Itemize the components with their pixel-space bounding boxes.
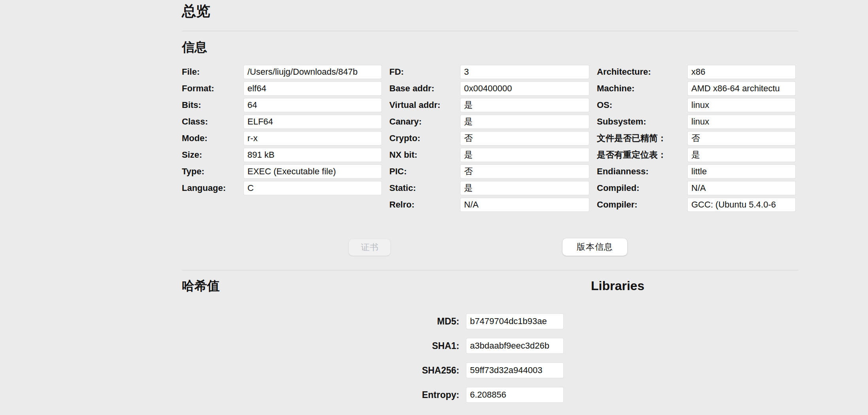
class-field[interactable]: ELF64: [244, 115, 381, 128]
relro-field[interactable]: N/A: [460, 198, 589, 211]
info-row-mode: Mode: r-x: [182, 132, 381, 145]
endianness-field[interactable]: little: [688, 165, 795, 178]
type-label: Type:: [182, 166, 244, 177]
class-label: Class:: [182, 117, 244, 127]
hash-row-md5: MD5: b7479704dc1b93ae: [182, 314, 563, 329]
sha1-field[interactable]: a3bdaabf9eec3d26b: [466, 338, 563, 353]
info-row-canary: Canary: 是: [389, 115, 589, 128]
nx-bit-label: NX bit:: [389, 150, 460, 160]
info-column-platform: Architecture: x86 Machine: AMD x86-64 ar…: [597, 65, 795, 215]
language-label: Language:: [182, 183, 244, 193]
sha1-label: SHA1:: [182, 341, 466, 351]
divider: [182, 31, 798, 31]
version-info-button[interactable]: 版本信息: [562, 238, 627, 256]
info-row-class: Class: ELF64: [182, 115, 381, 128]
machine-field[interactable]: AMD x86-64 architectu: [688, 82, 795, 95]
hash-row-sha1: SHA1: a3bdaabf9eec3d26b: [182, 338, 563, 353]
nx-bit-field[interactable]: 是: [460, 148, 589, 162]
hash-rows: MD5: b7479704dc1b93ae SHA1: a3bdaabf9eec…: [182, 314, 563, 412]
info-row-bits: Bits: 64: [182, 98, 381, 112]
hash-row-sha256: SHA256: 59ff73d32a944003: [182, 363, 563, 378]
canary-field[interactable]: 是: [460, 115, 589, 128]
info-row-file: File: /Users/liujg/Downloads/847b: [182, 65, 381, 79]
info-row-relocs: 是否有重定位表： 是: [597, 148, 795, 162]
info-row-language: Language: C: [182, 181, 381, 195]
compiler-field[interactable]: GCC: (Ubuntu 5.4.0-6: [688, 198, 795, 211]
machine-label: Machine:: [597, 83, 688, 94]
info-row-virtual-addr: Virtual addr: 是: [389, 98, 589, 112]
compiler-label: Compiler:: [597, 200, 688, 210]
info-row-machine: Machine: AMD x86-64 architectu: [597, 82, 795, 95]
overview-page: 总览 信息 File: /Users/liujg/Downloads/847b …: [0, 0, 868, 415]
action-buttons-row: 证书 版本信息: [182, 238, 798, 258]
hash-row-entropy: Entropy: 6.208856: [182, 387, 563, 402]
subsystem-label: Subsystem:: [597, 117, 688, 127]
overview-content: 总览 信息 File: /Users/liujg/Downloads/847b …: [182, 0, 798, 415]
crypto-field[interactable]: 否: [460, 132, 589, 145]
size-field[interactable]: 891 kB: [244, 148, 381, 162]
sha256-field[interactable]: 59ff73d32a944003: [466, 363, 563, 378]
static-label: Static:: [389, 183, 460, 193]
pic-label: PIC:: [389, 166, 460, 177]
info-row-relro: Relro: N/A: [389, 198, 589, 211]
virtual-addr-label: Virtual addr:: [389, 100, 460, 110]
subsystem-field[interactable]: linux: [688, 115, 795, 128]
file-label: File:: [182, 67, 244, 77]
stripped-field[interactable]: 否: [688, 132, 795, 145]
info-row-crypto: Crypto: 否: [389, 132, 589, 145]
mode-field[interactable]: r-x: [244, 132, 381, 145]
info-column-security: FD: 3 Base addr: 0x00400000 Virtual addr…: [389, 65, 589, 215]
size-label: Size:: [182, 150, 244, 160]
fd-label: FD:: [389, 67, 460, 77]
info-row-type: Type: EXEC (Executable file): [182, 165, 381, 178]
info-column-file: File: /Users/liujg/Downloads/847b Format…: [182, 65, 381, 215]
info-row-static: Static: 是: [389, 181, 589, 195]
relocs-label: 是否有重定位表：: [597, 149, 688, 161]
os-label: OS:: [597, 100, 688, 110]
format-field[interactable]: elf64: [244, 82, 381, 95]
type-field[interactable]: EXEC (Executable file): [244, 165, 381, 178]
format-label: Format:: [182, 83, 244, 94]
stripped-label: 文件是否已精简：: [597, 132, 688, 144]
info-row-pic: PIC: 否: [389, 165, 589, 178]
pic-field[interactable]: 否: [460, 165, 589, 178]
compiled-label: Compiled:: [597, 183, 688, 193]
compiled-field[interactable]: N/A: [688, 181, 795, 195]
info-row-nx-bit: NX bit: 是: [389, 148, 589, 162]
info-row-size: Size: 891 kB: [182, 148, 381, 162]
architecture-label: Architecture:: [597, 67, 688, 77]
info-row-base-addr: Base addr: 0x00400000: [389, 82, 589, 95]
md5-field[interactable]: b7479704dc1b93ae: [466, 314, 563, 329]
info-section-heading: 信息: [182, 40, 207, 54]
base-addr-label: Base addr:: [389, 83, 460, 94]
relocs-field[interactable]: 是: [688, 148, 795, 162]
libraries-section-heading: Libraries: [591, 279, 644, 293]
entropy-field[interactable]: 6.208856: [466, 387, 563, 402]
info-row-architecture: Architecture: x86: [597, 65, 795, 79]
endianness-label: Endianness:: [597, 166, 688, 177]
virtual-addr-field[interactable]: 是: [460, 98, 589, 112]
canary-label: Canary:: [389, 117, 460, 127]
divider: [182, 270, 798, 270]
info-row-compiled: Compiled: N/A: [597, 181, 795, 195]
language-field[interactable]: C: [244, 181, 381, 195]
static-field[interactable]: 是: [460, 181, 589, 195]
certificate-button[interactable]: 证书: [349, 239, 391, 256]
bits-label: Bits:: [182, 100, 244, 110]
info-row-stripped: 文件是否已精简： 否: [597, 132, 795, 145]
bits-field[interactable]: 64: [244, 98, 381, 112]
info-row-os: OS: linux: [597, 98, 795, 112]
base-addr-field[interactable]: 0x00400000: [460, 82, 589, 95]
os-field[interactable]: linux: [688, 98, 795, 112]
page-title: 总览: [182, 3, 210, 19]
hash-section-heading: 哈希值: [182, 279, 220, 293]
md5-label: MD5:: [182, 316, 466, 327]
crypto-label: Crypto:: [389, 133, 460, 143]
info-grid: File: /Users/liujg/Downloads/847b Format…: [182, 65, 798, 215]
fd-field[interactable]: 3: [460, 65, 589, 79]
mode-label: Mode:: [182, 133, 244, 143]
architecture-field[interactable]: x86: [688, 65, 795, 79]
info-row-fd: FD: 3: [389, 65, 589, 79]
file-field[interactable]: /Users/liujg/Downloads/847b: [244, 65, 381, 79]
relro-label: Relro:: [389, 200, 460, 210]
